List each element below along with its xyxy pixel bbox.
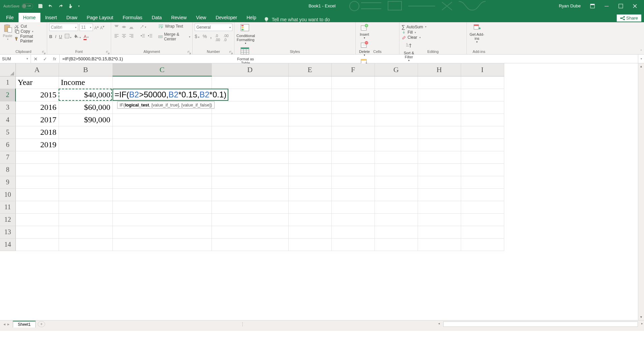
ribbon-tab-review[interactable]: Review	[166, 13, 191, 22]
cell-A14[interactable]	[15, 238, 59, 251]
cell-A9[interactable]	[15, 176, 59, 188]
column-header-F[interactable]: F	[331, 63, 375, 76]
cell-I1[interactable]	[461, 76, 504, 89]
cell-B12[interactable]	[59, 213, 112, 226]
cell-F2[interactable]	[331, 89, 375, 101]
cell-H8[interactable]	[418, 163, 461, 176]
ribbon-tab-developer[interactable]: Developer	[211, 13, 242, 22]
cell-H2[interactable]	[418, 89, 461, 101]
percent-format-button[interactable]: %	[203, 34, 207, 42]
ribbon-tab-view[interactable]: View	[191, 13, 211, 22]
row-header-13[interactable]: 13	[0, 226, 15, 238]
cell-F5[interactable]	[331, 126, 375, 138]
cell-F12[interactable]	[331, 213, 375, 226]
borders-button[interactable]	[65, 34, 71, 39]
scroll-up-button[interactable]: ▲	[638, 63, 644, 69]
column-header-I[interactable]: I	[461, 63, 504, 76]
cell-D7[interactable]	[212, 151, 288, 163]
cell-G3[interactable]	[375, 101, 418, 114]
font-name-combo[interactable]: Calibri▾	[49, 24, 78, 31]
cell-F6[interactable]	[331, 138, 375, 151]
row-header-3[interactable]: 3	[0, 101, 15, 114]
cell-B9[interactable]	[59, 176, 112, 188]
cell-A13[interactable]	[15, 226, 59, 238]
cell-I14[interactable]	[461, 238, 504, 251]
row-header-2[interactable]: 2	[0, 89, 15, 101]
clipboard-dialog-launcher[interactable]	[42, 50, 45, 53]
column-header-H[interactable]: H	[418, 63, 461, 76]
align-top-button[interactable]	[113, 24, 120, 30]
cell-F11[interactable]	[331, 201, 375, 213]
format-painter-button[interactable]: Format Painter	[14, 34, 45, 43]
row-header-1[interactable]: 1	[0, 76, 15, 89]
sheet-nav-next[interactable]: ▸	[7, 322, 9, 327]
cell-C1[interactable]	[112, 76, 212, 89]
wrap-text-button[interactable]: Wrap Text	[158, 24, 190, 29]
cell-I7[interactable]	[461, 151, 504, 163]
align-right-button[interactable]	[128, 32, 135, 39]
cell-F10[interactable]	[331, 188, 375, 201]
fill-button[interactable]: Fill	[401, 30, 464, 35]
cell-D3[interactable]	[212, 101, 288, 114]
ribbon-tab-help[interactable]: Help	[242, 13, 261, 22]
cell-C14[interactable]	[112, 238, 212, 251]
tell-me-search[interactable]: Tell me what you want to do	[264, 17, 330, 22]
cell-I8[interactable]	[461, 163, 504, 176]
cell-I10[interactable]	[461, 188, 504, 201]
cell-F9[interactable]	[331, 176, 375, 188]
paste-button[interactable]: Paste ▾	[2, 24, 13, 44]
cell-E3[interactable]	[288, 101, 331, 114]
sheet-nav-prev[interactable]: ◂	[3, 322, 5, 327]
cell-E2[interactable]	[288, 89, 331, 101]
comma-format-button[interactable]: ,	[210, 34, 212, 42]
cell-B11[interactable]	[59, 201, 112, 213]
cell-A5[interactable]: 2018	[15, 126, 59, 138]
column-header-A[interactable]: A	[15, 63, 59, 76]
cell-F13[interactable]	[331, 226, 375, 238]
decrease-indent-button[interactable]	[139, 32, 146, 39]
accounting-format-button[interactable]: $	[195, 34, 199, 42]
cell-A10[interactable]	[15, 188, 59, 201]
undo-icon[interactable]	[48, 3, 53, 9]
cell-D8[interactable]	[212, 163, 288, 176]
cell-B10[interactable]	[59, 188, 112, 201]
italic-button[interactable]: I	[55, 34, 56, 39]
ribbon-tab-insert[interactable]: Insert	[40, 13, 62, 22]
select-all-corner[interactable]	[0, 63, 15, 76]
autosum-button[interactable]: ∑AutoSum	[401, 24, 464, 30]
column-header-D[interactable]: D	[212, 63, 288, 76]
number-dialog-launcher[interactable]	[229, 50, 233, 53]
bold-button[interactable]: B	[49, 34, 52, 39]
column-header-C[interactable]: C	[112, 63, 212, 76]
cell-G7[interactable]	[375, 151, 418, 163]
row-header-14[interactable]: 14	[0, 238, 15, 251]
row-header-5[interactable]: 5	[0, 126, 15, 138]
cell-E14[interactable]	[288, 238, 331, 251]
cell-H6[interactable]	[418, 138, 461, 151]
cell-H10[interactable]	[418, 188, 461, 201]
cell-F3[interactable]	[331, 101, 375, 114]
cell-D6[interactable]	[212, 138, 288, 151]
cell-D14[interactable]	[212, 238, 288, 251]
ribbon-tab-page-layout[interactable]: Page Layout	[82, 13, 118, 22]
merge-center-button[interactable]: Merge & Center	[158, 32, 190, 41]
row-header-8[interactable]: 8	[0, 163, 15, 176]
cell-E7[interactable]	[288, 151, 331, 163]
cell-E12[interactable]	[288, 213, 331, 226]
cell-G1[interactable]	[375, 76, 418, 89]
row-header-10[interactable]: 10	[0, 188, 15, 201]
row-header-7[interactable]: 7	[0, 151, 15, 163]
cell-G11[interactable]	[375, 201, 418, 213]
increase-indent-button[interactable]	[147, 32, 154, 39]
cell-G10[interactable]	[375, 188, 418, 201]
cell-A6[interactable]: 2019	[15, 138, 59, 151]
cell-H5[interactable]	[418, 126, 461, 138]
cancel-formula-button[interactable]: ✕	[31, 56, 40, 62]
insert-cells-button[interactable]: Insert▾	[358, 24, 371, 39]
cell-H1[interactable]	[418, 76, 461, 89]
cell-E8[interactable]	[288, 163, 331, 176]
cell-G5[interactable]	[375, 126, 418, 138]
cell-I4[interactable]	[461, 114, 504, 126]
cell-I2[interactable]	[461, 89, 504, 101]
cell-D10[interactable]	[212, 188, 288, 201]
